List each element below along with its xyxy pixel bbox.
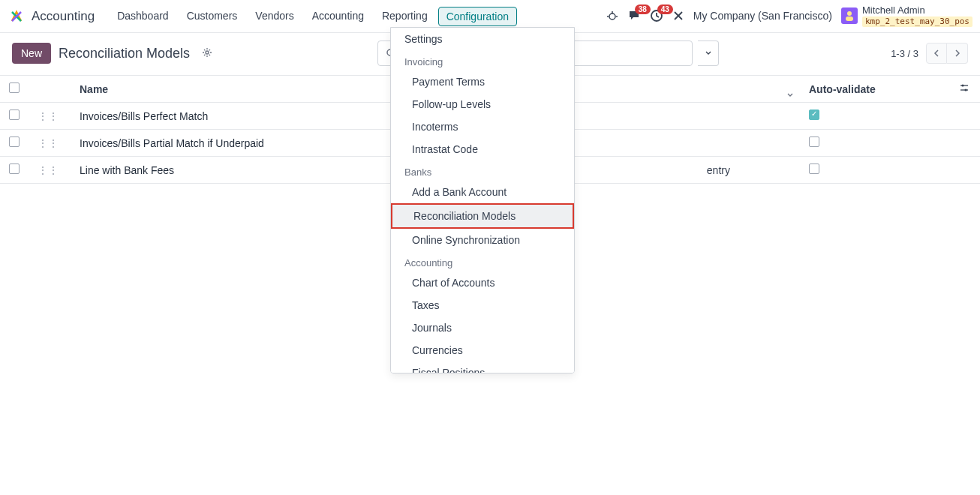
page-title: Reconciliation Models: [59, 46, 190, 62]
nav-dashboard[interactable]: Dashboard: [110, 7, 176, 26]
app-name[interactable]: Accounting: [32, 9, 95, 24]
new-button[interactable]: New: [12, 43, 51, 64]
auto-validate-checkbox[interactable]: [809, 110, 819, 120]
row-checkbox[interactable]: [9, 136, 20, 147]
header-checkbox-cell: [0, 76, 29, 103]
row-name: Line with Bank Fees: [71, 157, 698, 184]
clock-badge: 43: [657, 4, 673, 14]
pager-next-button[interactable]: [947, 43, 968, 64]
chat-icon[interactable]: 38: [627, 9, 641, 22]
nav-reporting[interactable]: Reporting: [374, 7, 435, 26]
pager-text: 1-3 / 3: [891, 48, 918, 59]
nav-vendors[interactable]: Vendors: [248, 7, 301, 26]
row-auto-validate: [800, 130, 950, 157]
dropdown-header: Banks: [391, 160, 574, 181]
configuration-dropdown: SettingsInvoicingPayment TermsFollow-up …: [390, 27, 575, 184]
gear-icon[interactable]: [202, 47, 212, 60]
row-name: Invoices/Bills Perfect Match: [71, 103, 698, 130]
row-checkbox[interactable]: [9, 164, 20, 174]
header-type[interactable]: [698, 76, 800, 103]
drag-handle-icon[interactable]: ⋮⋮: [38, 110, 59, 122]
row-auto-validate: [800, 103, 950, 130]
app-logo[interactable]: [8, 8, 26, 26]
header-name[interactable]: Name: [71, 76, 698, 103]
sliders-icon: [959, 82, 969, 93]
svg-point-13: [965, 89, 967, 92]
user-menu[interactable]: Mitchell Admin kmp_2_test_may_30_pos: [841, 5, 972, 26]
svg-point-5: [847, 11, 852, 16]
nav-customers[interactable]: Customers: [179, 7, 245, 26]
caret-down-icon: [705, 50, 711, 56]
header-auto-validate[interactable]: Auto-validate: [800, 76, 950, 103]
select-all-checkbox[interactable]: [9, 82, 20, 93]
nav-menu: Dashboard Customers Vendors Accounting R…: [110, 7, 517, 26]
search-options-button[interactable]: [698, 40, 719, 66]
row-name: Invoices/Bills Partial Match if Underpai…: [71, 130, 698, 157]
svg-point-12: [962, 85, 964, 87]
dropdown-item[interactable]: Payment Terms: [391, 70, 574, 93]
user-db: kmp_2_test_may_30_pos: [862, 16, 972, 27]
row-type: [698, 103, 800, 130]
clock-icon[interactable]: 43: [650, 9, 663, 22]
nav-configuration[interactable]: Configuration: [438, 7, 517, 26]
header-options[interactable]: [950, 76, 980, 103]
dropdown-header: Invoicing: [391, 50, 574, 70]
drag-handle-icon[interactable]: ⋮⋮: [38, 164, 59, 176]
drag-handle-icon[interactable]: ⋮⋮: [38, 137, 59, 149]
dropdown-item[interactable]: Intrastat Code: [391, 138, 574, 160]
avatar: [841, 8, 858, 24]
dropdown-item[interactable]: Settings: [391, 28, 574, 50]
row-auto-validate: [800, 157, 950, 184]
user-name: Mitchell Admin: [862, 5, 972, 16]
tools-icon[interactable]: [672, 10, 684, 22]
nav-accounting[interactable]: Accounting: [305, 7, 371, 26]
topnav-right: 38 43 My Company (San Francisco) Mitchel…: [606, 5, 972, 26]
svg-point-0: [609, 14, 615, 20]
dropdown-item[interactable]: Incoterms: [391, 116, 574, 138]
chevron-right-icon: [954, 50, 960, 57]
svg-point-7: [206, 51, 209, 54]
pager-prev-button[interactable]: [926, 43, 947, 64]
row-type: entry: [698, 157, 800, 184]
chevron-down-icon: [786, 89, 794, 101]
chevron-left-icon: [933, 50, 939, 57]
row-checkbox[interactable]: [9, 110, 20, 120]
dropdown-item[interactable]: Add a Bank Account: [391, 181, 574, 184]
auto-validate-checkbox[interactable]: [809, 164, 819, 174]
chat-badge: 38: [635, 4, 651, 14]
auto-validate-checkbox[interactable]: [809, 136, 819, 147]
bug-icon[interactable]: [606, 10, 618, 22]
row-type: [698, 130, 800, 157]
svg-rect-6: [846, 16, 853, 21]
company-selector[interactable]: My Company (San Francisco): [693, 10, 832, 22]
dropdown-item[interactable]: Follow-up Levels: [391, 93, 574, 116]
